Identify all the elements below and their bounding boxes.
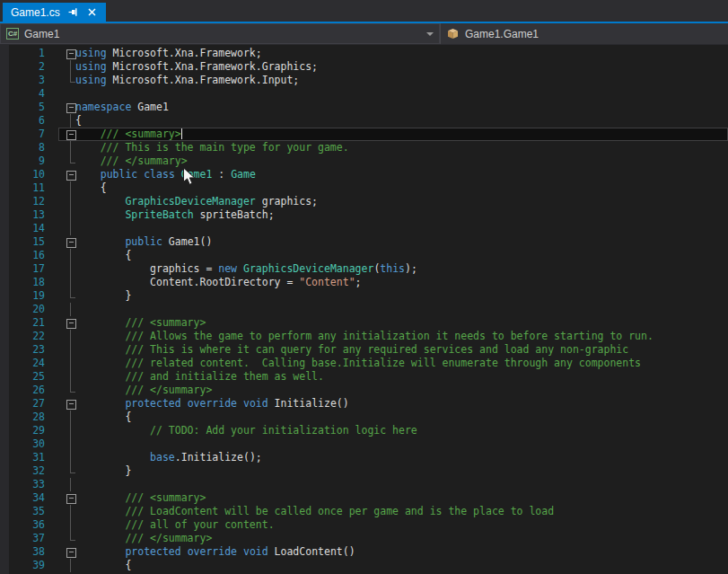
- code-text: base.Initialize();: [75, 451, 262, 464]
- code-line-1[interactable]: 1using Microsoft.Xna.Framework;: [0, 47, 728, 60]
- close-icon[interactable]: [86, 6, 98, 18]
- fold-margin: [58, 437, 75, 451]
- members-dropdown-label: Game1.Game1: [465, 28, 539, 40]
- code-line-17[interactable]: 17 graphics = new GraphicsDeviceManager(…: [0, 262, 728, 276]
- fold-collapse-icon[interactable]: [58, 545, 75, 559]
- code-line-23[interactable]: 23 /// This is where it can query for an…: [0, 343, 728, 357]
- members-dropdown[interactable]: Game1.Game1: [441, 23, 728, 44]
- fold-margin: [58, 343, 75, 357]
- fold-margin: [58, 464, 75, 478]
- code-line-25[interactable]: 25 /// and initialize them as well.: [0, 370, 728, 384]
- code-line-29[interactable]: 29 // TODO: Add your initialization logi…: [0, 424, 728, 437]
- fold-collapse-icon[interactable]: [58, 316, 75, 330]
- code-line-9[interactable]: 9 /// </summary>: [0, 155, 728, 168]
- code-text: protected override void Initialize(): [75, 397, 349, 411]
- code-line-16[interactable]: 16 {: [0, 249, 728, 262]
- code-line-7[interactable]: 7 /// <summary>: [0, 128, 728, 141]
- fold-collapse-icon[interactable]: [58, 491, 75, 505]
- fold-collapse-icon[interactable]: [58, 397, 75, 411]
- code-line-12[interactable]: 12 GraphicsDeviceManager graphics;: [0, 195, 728, 208]
- mouse-cursor-icon: [182, 167, 196, 186]
- code-text: using Microsoft.Xna.Framework.Input;: [75, 74, 299, 87]
- code-line-33[interactable]: 33: [0, 478, 728, 491]
- code-line-39[interactable]: 39 {: [0, 559, 728, 572]
- code-text: public class Game1 : Game: [75, 168, 256, 181]
- fold-margin: [58, 559, 75, 572]
- class-icon: [446, 28, 460, 40]
- code-text: /// This is the main type for your game.: [75, 141, 349, 155]
- fold-margin: [58, 505, 75, 518]
- code-line-13[interactable]: 13 SpriteBatch spriteBatch;: [0, 208, 728, 222]
- fold-margin: [58, 478, 75, 491]
- fold-collapse-icon[interactable]: [58, 168, 75, 181]
- code-text: }: [75, 289, 131, 303]
- code-line-30[interactable]: 30: [0, 437, 728, 451]
- pin-icon[interactable]: [67, 6, 79, 18]
- code-text: /// related content. Calling base.Initia…: [75, 357, 641, 370]
- tab-game1-cs[interactable]: Game1.cs: [3, 3, 106, 22]
- fold-collapse-icon[interactable]: [58, 235, 75, 249]
- code-line-22[interactable]: 22 /// Allows the game to perform any in…: [0, 330, 728, 343]
- code-line-14[interactable]: 14: [0, 222, 728, 235]
- code-text: SpriteBatch spriteBatch;: [75, 208, 275, 222]
- code-text: // TODO: Add your initialization logic h…: [75, 424, 417, 437]
- editor-window: Game1.cs C# Game1: [0, 0, 728, 574]
- code-text: /// <summary>: [75, 316, 206, 330]
- fold-margin: [58, 155, 75, 168]
- code-line-31[interactable]: 31 base.Initialize();: [0, 451, 728, 464]
- code-text: using Microsoft.Xna.Framework;: [75, 47, 262, 60]
- code-line-34[interactable]: 34 /// <summary>: [0, 491, 728, 505]
- code-line-24[interactable]: 24 /// related content. Calling base.Ini…: [0, 357, 728, 370]
- code-line-20[interactable]: 20: [0, 303, 728, 316]
- code-text: /// <summary>: [75, 491, 206, 505]
- fold-margin: [58, 195, 75, 208]
- code-line-5[interactable]: 5namespace Game1: [0, 101, 728, 114]
- code-line-18[interactable]: 18 Content.RootDirectory = "Content";: [0, 276, 728, 289]
- code-line-6[interactable]: 6{: [0, 114, 728, 128]
- code-line-32[interactable]: 32 }: [0, 464, 728, 478]
- csharp-file-icon: C#: [6, 28, 19, 40]
- code-line-35[interactable]: 35 /// LoadContent will be called once p…: [0, 505, 728, 518]
- code-editor[interactable]: 1using Microsoft.Xna.Framework;2using Mi…: [0, 45, 728, 574]
- code-line-11[interactable]: 11 {: [0, 181, 728, 195]
- fold-margin: [58, 451, 75, 464]
- code-text: protected override void LoadContent(): [75, 545, 355, 559]
- code-line-15[interactable]: 15 public Game1(): [0, 235, 728, 249]
- code-area[interactable]: 1using Microsoft.Xna.Framework;2using Mi…: [0, 47, 728, 572]
- code-line-3[interactable]: 3using Microsoft.Xna.Framework.Input;: [0, 74, 728, 87]
- fold-margin: [58, 384, 75, 397]
- code-line-26[interactable]: 26 /// </summary>: [0, 384, 728, 397]
- code-text: {: [75, 181, 107, 195]
- fold-margin: [58, 87, 75, 101]
- code-line-21[interactable]: 21 /// <summary>: [0, 316, 728, 330]
- types-dropdown[interactable]: C# Game1: [0, 23, 440, 44]
- code-text: using Microsoft.Xna.Framework.Graphics;: [75, 60, 318, 74]
- fold-collapse-icon[interactable]: [58, 101, 75, 114]
- fold-margin: [58, 181, 75, 195]
- code-line-28[interactable]: 28 {: [0, 411, 728, 424]
- fold-margin: [58, 424, 75, 437]
- fold-margin: [58, 276, 75, 289]
- code-line-4[interactable]: 4: [0, 87, 728, 101]
- fold-collapse-icon[interactable]: [58, 128, 75, 141]
- code-line-36[interactable]: 36 /// all of your content.: [0, 518, 728, 532]
- code-text: GraphicsDeviceManager graphics;: [75, 195, 318, 208]
- fold-margin: [58, 357, 75, 370]
- fold-margin: [58, 74, 75, 87]
- code-text: public Game1(): [75, 235, 212, 249]
- code-line-27[interactable]: 27 protected override void Initialize(): [0, 397, 728, 411]
- code-text: {: [75, 249, 131, 262]
- code-line-2[interactable]: 2using Microsoft.Xna.Framework.Graphics;: [0, 60, 728, 74]
- fold-collapse-icon[interactable]: [58, 47, 75, 60]
- code-text: namespace Game1: [75, 101, 169, 114]
- fold-margin: [58, 222, 75, 235]
- code-line-10[interactable]: 10 public class Game1 : Game: [0, 168, 728, 181]
- breakpoint-margin[interactable]: [0, 45, 9, 574]
- fold-margin: [58, 262, 75, 276]
- fold-margin: [58, 289, 75, 303]
- code-line-8[interactable]: 8 /// This is the main type for your gam…: [0, 141, 728, 155]
- fold-margin: [58, 411, 75, 424]
- code-line-38[interactable]: 38 protected override void LoadContent(): [0, 545, 728, 559]
- code-line-19[interactable]: 19 }: [0, 289, 728, 303]
- code-line-37[interactable]: 37 /// </summary>: [0, 532, 728, 545]
